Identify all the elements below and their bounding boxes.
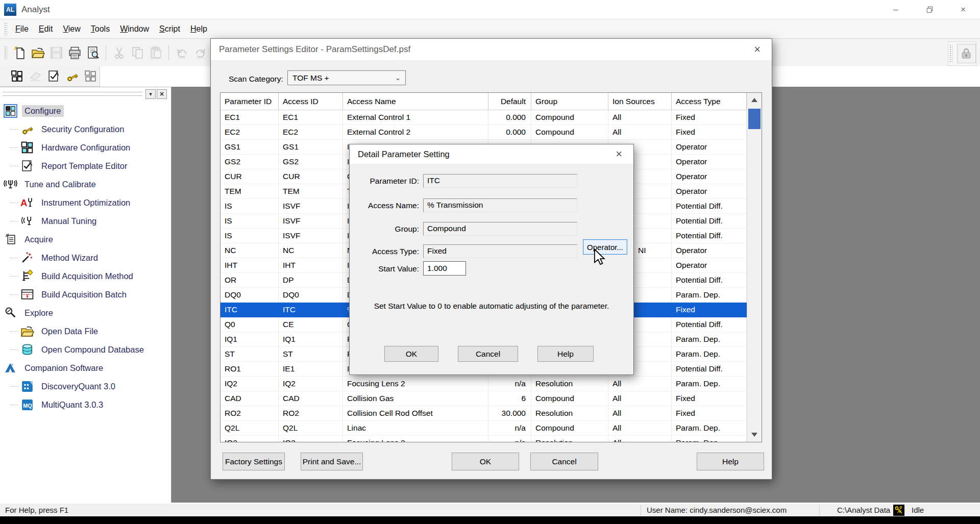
sidebar-item-acquire[interactable]: Acquire	[0, 230, 171, 248]
lock-icon	[960, 47, 973, 60]
scroll-up-button[interactable]	[747, 93, 762, 107]
lock-button[interactable]	[957, 44, 976, 63]
table-row-cad-19[interactable]: CADCADCollision Gas6CompoundAllFixed	[220, 391, 747, 406]
table-cell: Resolution	[531, 406, 608, 421]
sidebar-item-companion-software[interactable]: Companion Software	[0, 359, 171, 377]
field-parameter-id[interactable]: ITC	[423, 174, 577, 188]
detail-cancel-button[interactable]: Cancel	[458, 346, 518, 362]
sidebar-item-hardware-configuration[interactable]: Hardware Configuration	[0, 138, 171, 157]
magnifier-icon	[4, 306, 17, 320]
menu-tools[interactable]: Tools	[86, 22, 115, 36]
table-row-iq2-18[interactable]: IQ2IQ2Focusing Lens 2n/aResolutionAllPar…	[220, 377, 747, 391]
lock-toolbar-grip[interactable]	[949, 44, 952, 63]
detail-ok-button[interactable]: OK	[384, 346, 438, 362]
table-scrollbar[interactable]	[747, 93, 762, 442]
column-header-default[interactable]: Default	[488, 93, 531, 110]
print-preview-button[interactable]	[84, 43, 102, 62]
open-folder-button[interactable]	[29, 43, 47, 62]
table-cell: Fixed	[672, 391, 747, 406]
column-header-access-type[interactable]: Access Type	[672, 93, 747, 110]
toolbar-grip-handle[interactable]	[4, 46, 7, 59]
editor-ok-button[interactable]: OK	[452, 453, 519, 470]
column-header-access-name[interactable]: Access Name	[343, 93, 488, 110]
table-cell: Operator	[672, 140, 747, 155]
editor-cancel-button[interactable]: Cancel	[530, 453, 598, 470]
editor-help-button[interactable]: Help	[697, 453, 764, 470]
table-cell: EC2	[279, 125, 343, 140]
menu-file[interactable]: File	[10, 22, 34, 36]
sidebar-item-discoveryquant-3-0[interactable]: DiscoveryQuant 3.0	[0, 377, 171, 395]
new-document-icon	[13, 46, 27, 60]
sidebar-item-multiquant-3-0-3[interactable]: MQMultiQuant 3.0.3	[0, 395, 171, 414]
field-group[interactable]: Compound	[423, 222, 577, 236]
sidebar-item-configure[interactable]: Configure	[0, 102, 171, 120]
operator-button[interactable]: Operator...	[583, 239, 627, 255]
table-row-ro2-20[interactable]: RO2RO2Collision Cell Rod Offset30.000Res…	[220, 406, 747, 421]
panel-dropdown-button[interactable]: ▾	[145, 89, 156, 99]
minimize-button[interactable]: –	[879, 0, 913, 19]
table-cell: Param. Dep.	[672, 436, 747, 442]
sidebar-item-manual-tuning[interactable]: Manual Tuning	[0, 212, 171, 230]
menu-window[interactable]: Window	[115, 22, 154, 36]
column-header-parameter-id[interactable]: Parameter ID	[220, 93, 279, 110]
toolbar2-grip-handle[interactable]	[4, 70, 5, 83]
table-cell: n/a	[488, 377, 531, 391]
table-cell: TEM	[220, 184, 279, 199]
print-and-save-button[interactable]: Print and Save...	[301, 453, 363, 470]
detail-dialog-titlebar[interactable]: Detail Parameter Setting ×	[350, 144, 633, 164]
field-label-access-name: Access Name:	[350, 201, 419, 210]
sidebar-item-build-acquisition-method[interactable]: Build Acquisition Method	[0, 267, 171, 285]
start-value-input[interactable]: 1.000	[423, 261, 466, 276]
sidebar-item-label: Acquire	[22, 234, 56, 245]
sidebar-item-security-configuration[interactable]: Security Configuration	[0, 120, 171, 138]
table-cell: ITC	[279, 303, 343, 317]
sidebar-item-label: Security Configuration	[39, 123, 127, 135]
menu-help[interactable]: Help	[185, 22, 212, 36]
table-cell: IS	[220, 199, 279, 214]
column-header-group[interactable]: Group	[531, 93, 608, 110]
table-row-iq3-22[interactable]: IQ3IQ3Focusing Lens 3n/aResolutionAllPar…	[220, 436, 747, 442]
column-header-access-id[interactable]: Access ID	[279, 93, 343, 110]
table-row-q2l-21[interactable]: Q2LQ2LLinacn/aCompoundAllParam. Dep.	[220, 421, 747, 436]
sidebar-item-open-compound-database[interactable]: Open Compound Database	[0, 340, 171, 359]
field-access-type[interactable]: Fixed	[423, 244, 577, 258]
sidebar-item-build-acquisition-batch[interactable]: Build Acquisition Batch	[0, 285, 171, 304]
new-document-button[interactable]	[10, 43, 29, 62]
detail-dialog-close-icon[interactable]: ×	[612, 148, 625, 160]
sidebar-item-instrument-optimization[interactable]: AInstrument Optimization	[0, 193, 171, 212]
menu-grip-handle[interactable]	[4, 22, 7, 36]
factory-settings-button[interactable]: Factory Settings	[223, 453, 285, 470]
key-button[interactable]	[63, 67, 81, 86]
grid-squares-button[interactable]	[8, 67, 26, 86]
panel-close-button[interactable]: ×	[157, 89, 167, 99]
scroll-down-button[interactable]	[747, 428, 762, 442]
sidebar-item-tune-and-calibrate[interactable]: Tune and Calibrate	[0, 175, 171, 193]
close-button[interactable]: ×	[946, 0, 980, 19]
sidebar-item-explore[interactable]: Explore	[0, 304, 171, 322]
sidebar-item-open-data-file[interactable]: Open Data File	[0, 322, 171, 340]
menu-script[interactable]: Script	[154, 22, 185, 36]
table-row-ec1-0[interactable]: EC1EC1External Control 10.000CompoundAll…	[220, 110, 747, 125]
column-header-ion-sources[interactable]: Ion Sources	[608, 93, 672, 110]
report-stamp-button[interactable]	[44, 67, 63, 86]
field-access-name[interactable]: % Transmission	[423, 198, 577, 212]
editor-dialog-close-icon[interactable]: ×	[751, 44, 764, 55]
scrollbar-thumb[interactable]	[748, 109, 761, 129]
panel-drag-lines[interactable]	[3, 92, 142, 96]
start-value-note: Set Start Value to 0 to enable automatic…	[350, 302, 633, 311]
restore-button[interactable]	[913, 0, 946, 19]
table-cell: Potential Diff.	[672, 317, 747, 332]
editor-dialog-titlebar[interactable]: Parameter Settings Editor - ParamSetting…	[211, 39, 772, 60]
menu-view[interactable]: View	[58, 22, 85, 36]
scan-category-select[interactable]: TOF MS + ⌄	[287, 70, 406, 85]
sidebar-item-report-template-editor[interactable]: Report Template Editor	[0, 157, 171, 175]
table-cell: IE1	[279, 362, 343, 377]
save-icon	[50, 46, 63, 60]
detail-help-button[interactable]: Help	[537, 346, 594, 362]
menu-edit[interactable]: Edit	[34, 22, 58, 36]
sidebar-item-method-wizard[interactable]: Method Wizard	[0, 248, 171, 267]
table-cell: Resolution	[531, 436, 608, 442]
print-button[interactable]	[65, 43, 84, 62]
tuning-fork-icon	[20, 214, 34, 228]
table-row-ec2-1[interactable]: EC2EC2External Control 20.000CompoundAll…	[220, 125, 747, 140]
